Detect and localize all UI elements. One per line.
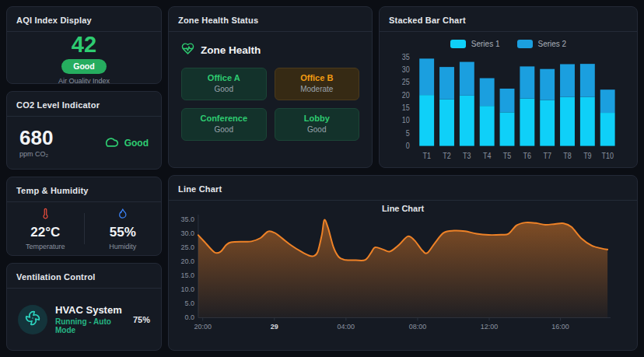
temperature-value: 22°C: [30, 225, 60, 240]
zone-health-card-title: Zone Health Status: [178, 16, 258, 25]
zone-status: Good: [185, 125, 263, 134]
zone-tile-lobby: Lobby Good: [275, 108, 360, 141]
temperature-label: Temperature: [26, 243, 65, 250]
stacked-bar-card: Stacked Bar Chart Series 1Series 2 05101…: [379, 6, 638, 168]
zone-health-body: Zone Health Office A Good Office B Moder…: [169, 32, 372, 167]
aqi-value: 42: [72, 33, 96, 56]
zone-health-card: Zone Health Status Zone Health Office A …: [168, 6, 373, 168]
svg-text:16:00: 16:00: [551, 323, 569, 331]
aqi-card-title: AQI Index Display: [16, 16, 92, 25]
zone-health-heading: Zone Health: [201, 44, 261, 56]
svg-text:20:00: 20:00: [194, 323, 211, 331]
line-chart-card-title: Line Chart: [178, 184, 222, 194]
humidity-label: Humidity: [109, 243, 136, 250]
svg-text:20: 20: [402, 90, 410, 100]
zone-name: Conference: [185, 114, 263, 123]
svg-text:T2: T2: [443, 151, 450, 160]
climate-card-header: Temp & Humidity: [7, 177, 161, 202]
stacked-bar-card-header: Stacked Bar Chart: [380, 7, 637, 32]
co2-value: 680: [19, 128, 53, 149]
zone-name: Office A: [185, 73, 263, 82]
line-chart: Line Chart0.05.010.015.020.025.030.035.0…: [177, 202, 629, 348]
zone-tile-office-a: Office A Good: [181, 68, 267, 100]
zone-grid: Office A Good Office B Moderate Conferen…: [181, 68, 359, 141]
temperature-block: 22°C Temperature: [7, 207, 84, 250]
svg-text:12:00: 12:00: [481, 323, 498, 331]
co2-card-header: CO2 Level Indicator: [7, 92, 161, 117]
co2-status: Good: [103, 134, 149, 152]
stacked-bar-card-title: Stacked Bar Chart: [389, 16, 466, 25]
svg-text:Line Chart: Line Chart: [382, 204, 424, 213]
co2-card-body: 680 ppm CO₂ Good: [7, 117, 161, 169]
svg-text:15.0: 15.0: [180, 271, 194, 279]
hvac-percent: 75%: [133, 315, 150, 324]
co2-reading: 680 ppm CO₂: [19, 128, 53, 158]
svg-text:T6: T6: [523, 151, 531, 160]
svg-text:T8: T8: [563, 151, 571, 160]
svg-text:T4: T4: [483, 151, 492, 160]
droplet-icon: [117, 208, 128, 222]
svg-text:0: 0: [406, 141, 410, 150]
ventilation-card-header: Ventilation Control: [7, 264, 161, 289]
aqi-card: AQI Index Display 42 Good Air Quality In…: [6, 6, 162, 84]
line-chart-card: Line Chart Line Chart0.05.010.015.020.02…: [168, 175, 638, 351]
humidity-value: 55%: [110, 225, 136, 240]
left-column: AQI Index Display 42 Good Air Quality In…: [6, 6, 162, 351]
svg-text:T7: T7: [543, 151, 551, 160]
zone-status: Moderate: [278, 85, 356, 93]
ventilation-card-title: Ventilation Control: [16, 272, 96, 282]
svg-text:5: 5: [406, 128, 410, 138]
svg-text:T10: T10: [601, 151, 614, 160]
thermometer-icon: [40, 208, 51, 222]
stacked-bar-body: Series 1Series 2 05101520253035T1T2T3T4T…: [380, 32, 637, 167]
svg-text:04:00: 04:00: [338, 323, 355, 331]
ventilation-card: Ventilation Control HVAC System Running …: [6, 263, 162, 351]
zone-status: Good: [185, 85, 263, 93]
zone-status: Good: [278, 125, 356, 134]
svg-text:29: 29: [271, 323, 278, 331]
legend-label: Series 2: [538, 40, 567, 48]
svg-text:20.0: 20.0: [180, 257, 194, 265]
svg-text:25: 25: [402, 78, 410, 87]
stacked-bar-chart: 05101520253035T1T2T3T4T5T6T7T8T9T10: [387, 51, 629, 164]
svg-text:35.0: 35.0: [180, 215, 194, 223]
aqi-status-badge: Good: [61, 59, 106, 74]
svg-text:30: 30: [402, 65, 410, 74]
svg-text:0.0: 0.0: [184, 313, 194, 321]
humidity-block: 55% Humidity: [85, 207, 162, 250]
co2-card: CO2 Level Indicator 680 ppm CO₂ Good: [6, 91, 162, 170]
svg-text:15: 15: [402, 103, 410, 112]
svg-text:08:00: 08:00: [409, 323, 426, 331]
bar-chart-legend: Series 1Series 2: [387, 40, 629, 48]
svg-text:25.0: 25.0: [180, 243, 194, 251]
main-column: Zone Health Status Zone Health Office A …: [168, 6, 638, 351]
legend-item[interactable]: Series 1: [450, 40, 500, 48]
co2-unit: ppm CO₂: [19, 150, 53, 158]
top-row: Zone Health Status Zone Health Office A …: [168, 6, 638, 168]
svg-text:30.0: 30.0: [180, 229, 194, 237]
svg-text:35: 35: [402, 52, 410, 61]
legend-swatch: [517, 40, 533, 48]
legend-swatch: [450, 40, 466, 48]
climate-card-title: Temp & Humidity: [16, 186, 89, 195]
fan-icon: [25, 310, 40, 329]
svg-text:T3: T3: [463, 151, 471, 160]
zone-name: Lobby: [278, 114, 356, 123]
hvac-name: HVAC System: [55, 304, 125, 316]
zone-tile-conference: Conference Good: [181, 108, 267, 141]
svg-text:T5: T5: [503, 151, 512, 160]
line-chart-card-header: Line Chart: [169, 176, 637, 201]
svg-text:5.0: 5.0: [184, 299, 194, 307]
line-chart-body: Line Chart0.05.010.015.020.025.030.035.0…: [169, 201, 637, 350]
climate-card: Temp & Humidity 22°C Temperature 55% Hum: [6, 177, 162, 256]
legend-item[interactable]: Series 2: [517, 40, 567, 48]
aqi-card-header: AQI Index Display: [7, 7, 161, 32]
dashboard: AQI Index Display 42 Good Air Quality In…: [0, 0, 644, 357]
ventilation-card-body: HVAC System Running - Auto Mode 75%: [7, 289, 161, 350]
hvac-status: Running - Auto Mode: [55, 317, 125, 334]
zone-name: Office B: [278, 73, 356, 82]
zone-tile-office-b: Office B Moderate: [275, 68, 360, 100]
zone-health-card-header: Zone Health Status: [169, 7, 372, 32]
co2-card-title: CO2 Level Indicator: [16, 100, 100, 110]
cloud-icon: [103, 134, 119, 152]
